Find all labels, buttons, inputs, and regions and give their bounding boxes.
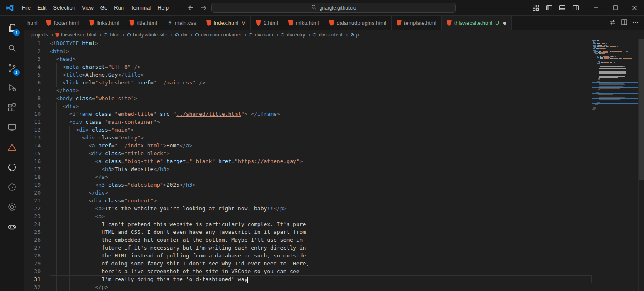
sidebar-item-record-extension[interactable]	[0, 197, 24, 217]
breadcrumb-item-html[interactable]: html	[103, 32, 119, 38]
tab-main.css[interactable]: #main.css	[162, 16, 201, 30]
search-input[interactable]: gnargle.github.io	[211, 3, 456, 13]
line-number[interactable]: 22	[24, 204, 50, 212]
line-number[interactable]: 17	[24, 165, 50, 173]
code-line[interactable]: 23<p>	[24, 212, 592, 220]
forward-arrow-icon[interactable]	[201, 5, 207, 11]
code-line[interactable]: 17<h3>This Website</h3>	[24, 165, 592, 173]
line-number[interactable]: 7	[24, 87, 50, 94]
code-line[interactable]: 3<head>	[24, 55, 592, 63]
breadcrumb-item-projects[interactable]: projects	[31, 32, 48, 38]
menu-help[interactable]: Help	[154, 3, 172, 13]
breadcrumb-item-div.entry[interactable]: div.entry	[280, 32, 305, 38]
tab-1.html[interactable]: 1.html	[251, 16, 283, 30]
code-line[interactable]: 24I can't pretend this website is partic…	[24, 220, 592, 228]
line-number[interactable]: 28	[24, 252, 50, 260]
line-number[interactable]: 11	[24, 118, 50, 126]
code-line[interactable]: 10<iframe class="embed-title" src="../sh…	[24, 110, 592, 118]
toggle-panel-icon[interactable]	[557, 2, 568, 13]
line-number[interactable]: 27	[24, 244, 50, 252]
code-line[interactable]: 16<a class="blog-title" target="_blank" …	[24, 157, 592, 165]
code-line[interactable]: 6<link rel="stylesheet" href="../main.cs…	[24, 79, 592, 87]
code-line[interactable]: 11<div class="main-container">	[24, 118, 592, 126]
code-line[interactable]: 12<div class="main">	[24, 126, 592, 134]
code-line[interactable]: 5<title>Athene.Gay</title>	[24, 71, 592, 79]
code-line[interactable]: 30here's a live screenshot of the site i…	[24, 267, 592, 275]
sidebar-item-source-control[interactable]: 2	[0, 58, 24, 78]
split-editor-icon[interactable]	[621, 19, 627, 27]
code-line[interactable]: 27future if it's necessary but I'm writi…	[24, 244, 592, 252]
line-number[interactable]: 18	[24, 173, 50, 181]
line-number[interactable]: 24	[24, 220, 50, 228]
close-button[interactable]	[625, 0, 644, 16]
tab-title.html[interactable]: title.html	[124, 16, 162, 30]
line-number[interactable]: 13	[24, 134, 50, 142]
line-number[interactable]: 20	[24, 189, 50, 197]
line-number[interactable]: 9	[24, 102, 50, 110]
menu-selection[interactable]: Selection	[50, 3, 78, 13]
scrollbar[interactable]	[638, 39, 644, 291]
code-line[interactable]: 7</head>	[24, 87, 592, 94]
tab-footer.html[interactable]: footer.html	[41, 16, 85, 30]
minimize-button[interactable]	[587, 0, 606, 16]
code-line[interactable]: 14<a href="../index.html">Home</a>	[24, 142, 592, 149]
line-number[interactable]: 26	[24, 236, 50, 244]
menu-edit[interactable]: Edit	[34, 3, 50, 13]
maximize-button[interactable]	[606, 0, 625, 16]
dirty-indicator-icon[interactable]	[503, 22, 506, 25]
menu-terminal[interactable]: Terminal	[127, 3, 154, 13]
code-line[interactable]: 21<div class="content">	[24, 197, 592, 204]
line-number[interactable]: 32	[24, 283, 50, 291]
line-number[interactable]: 1	[24, 39, 50, 47]
tab-thiswebsite.html[interactable]: thiswebsite.htmlU	[442, 16, 512, 30]
line-number[interactable]: 12	[24, 126, 50, 134]
menu-run[interactable]: Run	[111, 3, 127, 13]
line-number[interactable]: 4	[24, 63, 50, 71]
line-number[interactable]: 6	[24, 79, 50, 87]
back-arrow-icon[interactable]	[187, 5, 194, 11]
code-line[interactable]: 8<body class="whole-site">	[24, 94, 592, 102]
open-changes-icon[interactable]	[609, 19, 616, 27]
code-line[interactable]: 29of doing some fancy shit I don't see w…	[24, 260, 592, 267]
toggle-secondary-sidebar-icon[interactable]	[570, 2, 581, 13]
breadcrumb-item-div[interactable]: div	[174, 32, 187, 38]
tab-html[interactable]: html	[24, 16, 41, 30]
more-actions-icon[interactable]	[632, 19, 639, 27]
line-number[interactable]: 16	[24, 157, 50, 165]
line-number[interactable]: 29	[24, 260, 50, 267]
code-line[interactable]: 32</p>	[24, 283, 592, 291]
breadcrumb-item-div.main[interactable]: div.main	[248, 32, 273, 38]
line-number[interactable]: 2	[24, 47, 50, 55]
code-line[interactable]: 13<div class="entry">	[24, 134, 592, 142]
sidebar-item-remote-explorer[interactable]	[0, 118, 24, 137]
tab-template.html[interactable]: template.html	[392, 16, 442, 30]
sidebar-item-gamepad-extension[interactable]	[0, 217, 24, 237]
code-line[interactable]: 25HTML and CSS. I don't even have any ja…	[24, 228, 592, 236]
line-number[interactable]: 15	[24, 149, 50, 157]
line-number[interactable]: 8	[24, 94, 50, 102]
code-line[interactable]: 31I'm really doing this the 'old-fashion…	[24, 275, 592, 283]
breadcrumb-item-body.whole-site[interactable]: body.whole-site	[126, 32, 167, 38]
menu-go[interactable]: Go	[97, 3, 111, 13]
line-number[interactable]: 30	[24, 267, 50, 275]
code-line[interactable]: 2<html>	[24, 47, 592, 55]
line-number[interactable]: 5	[24, 71, 50, 79]
sidebar-item-github[interactable]	[0, 157, 24, 177]
code-editor[interactable]: 1<!DOCTYPE html>2<html>3<head>4<meta cha…	[24, 39, 592, 291]
menu-file[interactable]: File	[19, 3, 34, 13]
line-number[interactable]: 23	[24, 212, 50, 220]
line-number[interactable]: 31	[24, 275, 50, 283]
breadcrumb-item-div.main-container[interactable]: div.main-container	[194, 32, 241, 38]
customize-layout-icon[interactable]	[530, 2, 541, 13]
line-number[interactable]: 10	[24, 110, 50, 118]
sidebar-item-extensions[interactable]	[0, 98, 24, 118]
sidebar-item-search[interactable]	[0, 38, 24, 58]
code-line[interactable]: 26the embedded hit counter at the bottom…	[24, 236, 592, 244]
sidebar-item-explorer[interactable]: 1	[0, 18, 24, 38]
code-line[interactable]: 19<h3 class="datestamp">2025</h3>	[24, 181, 592, 189]
code-line[interactable]: 15<div class="title-block">	[24, 149, 592, 157]
sidebar-item-run-debug[interactable]	[0, 78, 24, 98]
code-line[interactable]: 22<p>It's the website you're looking at …	[24, 204, 592, 212]
code-line[interactable]: 20</div>	[24, 189, 592, 197]
sidebar-item-triangle-extension[interactable]	[0, 137, 24, 157]
